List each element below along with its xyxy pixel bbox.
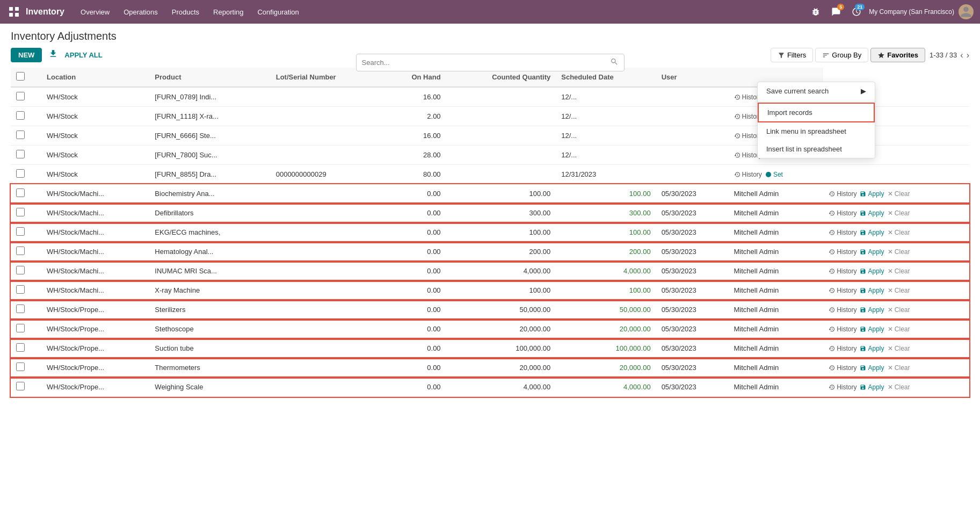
clear-button[interactable]: ✕ Clear: [888, 306, 910, 314]
history-button[interactable]: History: [829, 190, 856, 198]
on-hand-cell: 0.00: [383, 358, 446, 378]
group-by-button[interactable]: Group By: [815, 48, 868, 62]
svg-rect-0: [9, 7, 13, 11]
apply-button[interactable]: Apply: [860, 209, 884, 217]
row-checkbox[interactable]: [16, 188, 25, 197]
on-hand-cell: 2.00: [383, 107, 446, 126]
scheduled-cell: 12/31/2023: [556, 165, 656, 184]
apply-button[interactable]: Apply: [860, 364, 884, 372]
row-checkbox[interactable]: [16, 362, 25, 371]
nav-overview[interactable]: Overview: [74, 5, 116, 19]
select-all-checkbox[interactable]: [16, 72, 25, 81]
location-cell: WH/Stock: [41, 126, 149, 146]
qty-cell: 100.00: [446, 281, 556, 300]
row-checkbox[interactable]: [16, 92, 25, 100]
clear-button[interactable]: ✕ Clear: [888, 267, 910, 275]
apply-button[interactable]: Apply: [860, 325, 884, 333]
dropdown-link-menu[interactable]: Link menu in spreadsheet: [758, 122, 875, 140]
apply-all-button[interactable]: APPLY ALL: [64, 51, 102, 59]
download-icon[interactable]: [46, 47, 60, 63]
nav-operations[interactable]: Operations: [117, 5, 164, 19]
clear-button[interactable]: ✕ Clear: [888, 383, 910, 391]
apply-button[interactable]: Apply: [860, 306, 884, 314]
filters-button[interactable]: Filters: [771, 48, 813, 62]
history-button[interactable]: History: [734, 171, 762, 178]
scheduled-cell: 05/30/2023: [656, 320, 729, 339]
apply-button[interactable]: Apply: [860, 229, 884, 236]
clear-button[interactable]: ✕ Clear: [888, 248, 910, 256]
clear-button[interactable]: ✕ Clear: [888, 364, 910, 372]
history-button[interactable]: History: [829, 364, 856, 372]
clock-icon[interactable]: 21: [848, 4, 865, 20]
row-checkbox[interactable]: [16, 227, 25, 236]
clear-button[interactable]: ✕ Clear: [888, 190, 910, 198]
location-cell: WH/Stock/Machi...: [41, 242, 149, 262]
dropdown-insert-list[interactable]: Insert list in spreadsheet: [758, 140, 875, 158]
history-button[interactable]: History: [829, 345, 856, 352]
dropdown-save-search[interactable]: Save current search ▶: [758, 82, 875, 100]
nav-reporting[interactable]: Reporting: [207, 5, 250, 19]
favorites-button[interactable]: Favorites: [870, 48, 925, 62]
user-cell: [656, 165, 729, 184]
scheduled-cell: 12/...: [556, 87, 656, 107]
row-checkbox[interactable]: [16, 382, 25, 390]
clear-button[interactable]: ✕ Clear: [888, 229, 910, 236]
counted-cell: [446, 165, 556, 184]
apply-button[interactable]: Apply: [860, 383, 884, 391]
apply-button[interactable]: Apply: [860, 287, 884, 294]
product-cell: Sterilizers: [149, 300, 270, 320]
row-checkbox[interactable]: [16, 304, 25, 313]
row-checkbox[interactable]: [16, 208, 25, 216]
history-button[interactable]: History: [829, 209, 856, 217]
clear-button[interactable]: ✕ Clear: [888, 287, 910, 294]
history-button[interactable]: History: [829, 229, 856, 236]
clear-button[interactable]: ✕ Clear: [888, 325, 910, 333]
clear-button[interactable]: ✕ Clear: [888, 345, 910, 352]
nav-products[interactable]: Products: [165, 5, 206, 19]
counted-cell: [446, 146, 556, 165]
user-avatar[interactable]: [959, 4, 974, 19]
history-button[interactable]: History: [829, 287, 856, 294]
row-checkbox[interactable]: [16, 246, 25, 255]
search-input[interactable]: [357, 55, 605, 70]
apply-button[interactable]: Apply: [860, 345, 884, 352]
row-checkbox[interactable]: [16, 111, 25, 120]
history-button[interactable]: History: [829, 383, 856, 391]
history-button[interactable]: History: [829, 248, 856, 256]
on-hand-cell: 0.00: [383, 300, 446, 320]
lot-cell: [271, 281, 383, 300]
location-cell: WH/Stock: [41, 165, 149, 184]
apply-button[interactable]: Apply: [860, 267, 884, 275]
bug-icon[interactable]: [808, 4, 824, 20]
on-hand-cell: 0.00: [383, 281, 446, 300]
row-checkbox[interactable]: [16, 130, 25, 139]
row-checkbox[interactable]: [16, 343, 25, 352]
actions-cell: History Set: [729, 165, 824, 184]
location-cell: WH/Stock/Machi...: [41, 184, 149, 204]
history-button[interactable]: History: [829, 325, 856, 333]
location-cell: WH/Stock/Machi...: [41, 223, 149, 242]
search-bar[interactable]: [356, 54, 625, 71]
history-button[interactable]: History: [829, 267, 856, 275]
table-row: WH/Stock/Machi... Hematology Anal... 0.0…: [11, 242, 969, 262]
row-checkbox[interactable]: [16, 169, 25, 178]
clear-button[interactable]: ✕ Clear: [888, 209, 910, 217]
user-cell: Mitchell Admin: [729, 242, 824, 262]
new-button[interactable]: NEW: [11, 48, 42, 62]
apps-icon[interactable]: [6, 4, 21, 19]
dropdown-import-records[interactable]: Import records: [758, 103, 875, 122]
on-hand-cell: 0.00: [383, 242, 446, 262]
search-icon[interactable]: [605, 54, 624, 71]
apply-button[interactable]: Apply: [860, 248, 884, 256]
row-checkbox[interactable]: [16, 324, 25, 332]
row-checkbox[interactable]: [16, 266, 25, 274]
prev-page-button[interactable]: ‹: [960, 50, 963, 60]
row-checkbox[interactable]: [16, 285, 25, 294]
user-cell: Mitchell Admin: [729, 184, 824, 204]
row-checkbox[interactable]: [16, 150, 25, 158]
chat-icon[interactable]: 5: [828, 4, 844, 20]
apply-button[interactable]: Apply: [860, 190, 884, 198]
history-button[interactable]: History: [829, 306, 856, 314]
nav-configuration[interactable]: Configuration: [251, 5, 305, 19]
next-page-button[interactable]: ›: [967, 50, 969, 60]
